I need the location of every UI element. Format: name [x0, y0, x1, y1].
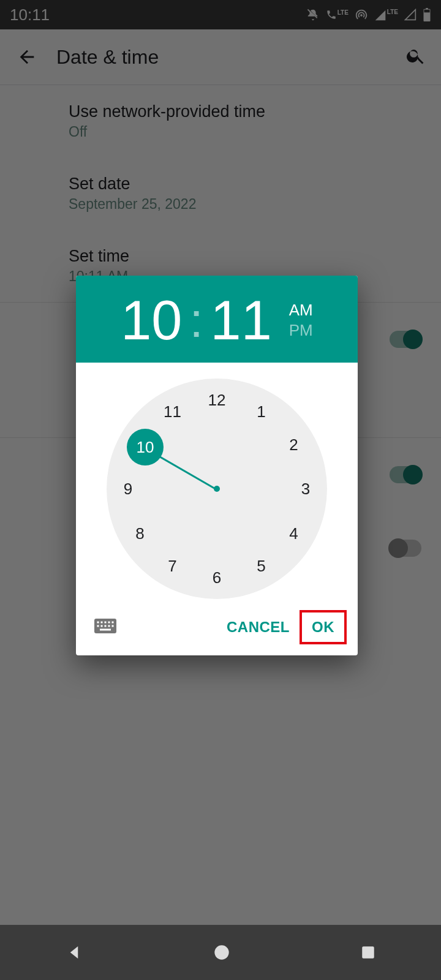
selected-hour-knob[interactable]: 10	[127, 429, 164, 466]
svg-rect-14	[362, 946, 374, 959]
keyboard-input-button[interactable]	[94, 618, 116, 636]
am-button[interactable]: AM	[289, 301, 313, 320]
clock-face[interactable]: 10 1212345678911	[107, 379, 327, 599]
time-colon: :	[188, 296, 204, 345]
time-picker-dialog: 10 : 11 AM PM 10 1212345678911 CANCEL	[76, 276, 358, 655]
dialog-actions: CANCEL OK	[76, 604, 358, 655]
nav-recent-icon	[360, 944, 376, 960]
svg-point-13	[214, 945, 228, 959]
svg-rect-8	[101, 625, 103, 627]
nav-back-icon	[65, 943, 83, 962]
svg-rect-10	[108, 625, 110, 627]
clock-number-11[interactable]: 11	[160, 399, 185, 424]
navigation-bar	[0, 925, 441, 980]
clock-number-4[interactable]: 4	[282, 521, 306, 546]
svg-rect-4	[105, 622, 107, 624]
svg-rect-5	[108, 622, 110, 624]
clock-wrap: 10 1212345678911	[76, 363, 358, 604]
svg-rect-11	[112, 625, 114, 627]
pm-button[interactable]: PM	[289, 321, 313, 340]
clock-number-9[interactable]: 9	[116, 477, 140, 501]
clock-number-12[interactable]: 12	[205, 388, 229, 412]
svg-rect-6	[112, 622, 114, 624]
clock-number-2[interactable]: 2	[282, 432, 306, 457]
dialog-header: 10 : 11 AM PM	[76, 276, 358, 363]
nav-home-button[interactable]	[213, 944, 230, 961]
clock-number-1[interactable]: 1	[249, 399, 274, 424]
clock-number-8[interactable]: 8	[127, 521, 152, 546]
clock-number-6[interactable]: 6	[205, 565, 229, 590]
ok-button[interactable]: OK	[300, 610, 347, 644]
hour-display[interactable]: 10	[121, 293, 182, 348]
clock-number-3[interactable]: 3	[293, 477, 318, 501]
svg-rect-2	[97, 622, 99, 624]
svg-rect-3	[101, 622, 103, 624]
svg-rect-9	[105, 625, 107, 627]
nav-recent-button[interactable]	[360, 944, 376, 960]
cancel-button[interactable]: CANCEL	[217, 612, 300, 642]
nav-back-button[interactable]	[65, 943, 83, 962]
svg-rect-7	[97, 625, 99, 627]
svg-rect-12	[100, 629, 111, 631]
clock-number-5[interactable]: 5	[249, 554, 274, 578]
keyboard-icon	[94, 618, 116, 634]
screen: 10:11 LTE LTE Date & time	[0, 0, 441, 980]
clock-center-icon	[214, 486, 220, 492]
minute-display[interactable]: 11	[211, 293, 272, 348]
clock-number-7[interactable]: 7	[160, 554, 185, 578]
nav-home-icon	[213, 944, 230, 961]
ampm-group: AM PM	[289, 301, 313, 340]
